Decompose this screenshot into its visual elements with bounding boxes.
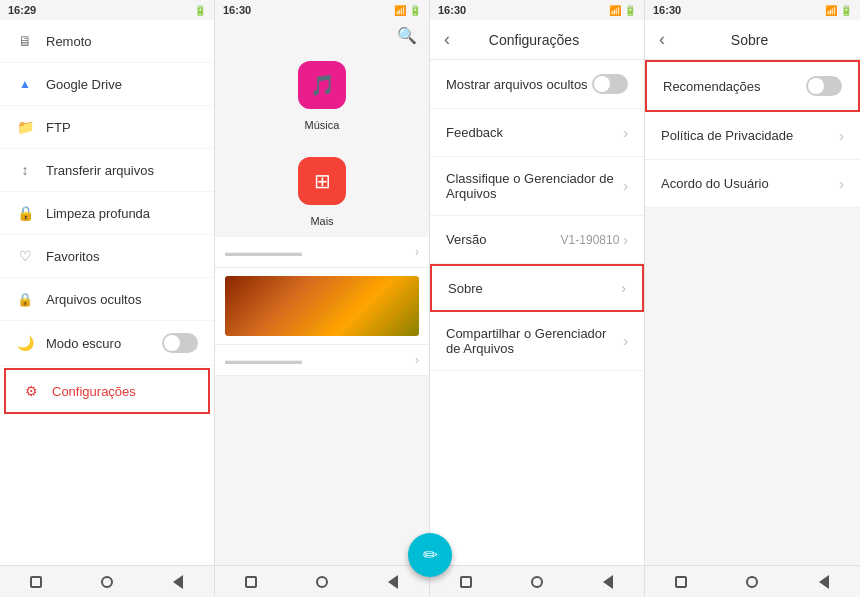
nav-square-icon-4 [675, 576, 687, 588]
nav-bottom-4 [645, 565, 860, 597]
feedback-label: Feedback [446, 125, 623, 140]
nav-square-btn-2[interactable] [241, 572, 261, 592]
versao-value: V1-190810 [561, 233, 620, 247]
recomendacoes-label: Recomendações [663, 79, 806, 94]
music-icon-btn[interactable]: 🎵 [298, 61, 346, 109]
sobre-acordo[interactable]: Acordo do Usuário › [645, 160, 860, 208]
configuracoes-back-btn[interactable]: ‹ [440, 25, 454, 54]
nav-triangle-icon-4 [819, 575, 829, 589]
nav-triangle-icon-1 [173, 575, 183, 589]
settings-mostrar-ocultos[interactable]: Mostrar arquivos ocultos [430, 60, 644, 109]
nav-back-btn-1[interactable] [168, 572, 188, 592]
sidebar-item-limpeza[interactable]: 🔒 Limpeza profunda [0, 192, 214, 235]
mostrar-ocultos-label: Mostrar arquivos ocultos [446, 77, 592, 92]
p2-list-item-1[interactable]: ▬▬▬▬▬▬▬ › [215, 237, 429, 268]
p2-chevron-1: › [415, 245, 419, 259]
nav-circle-btn-2[interactable] [312, 572, 332, 592]
more-symbol: ⊞ [314, 169, 331, 193]
settings-feedback[interactable]: Feedback › [430, 109, 644, 157]
sidebar-item-ftp[interactable]: 📁 FTP [0, 106, 214, 149]
configuracoes-nav-header: ‹ Configurações [430, 20, 644, 60]
compartilhar-chevron: › [623, 333, 628, 349]
sidebar-item-modo-escuro[interactable]: 🌙 Modo escuro [0, 321, 214, 366]
mostrar-ocultos-toggle[interactable] [592, 74, 628, 94]
status-bar-1: 16:29 🔋 [0, 0, 214, 20]
recomendacoes-toggle[interactable] [806, 76, 842, 96]
sidebar-item-arquivos-ocultos[interactable]: 🔒 Arquivos ocultos [0, 278, 214, 321]
acordo-chevron: › [839, 176, 844, 192]
p2-list-item-3[interactable]: ▬▬▬▬▬▬▬ › [215, 345, 429, 376]
modo-escuro-label: Modo escuro [46, 336, 121, 351]
acordo-label: Acordo do Usuário [661, 176, 839, 191]
status-bar-3: 16:30 📶 🔋 [430, 0, 644, 20]
battery-icon-4: 🔋 [840, 5, 852, 16]
p2-list-item-2[interactable] [215, 268, 429, 345]
fab-button[interactable]: ✏ [408, 533, 452, 577]
nav-circle-btn-1[interactable] [97, 572, 117, 592]
versao-chevron: › [623, 232, 628, 248]
modo-escuro-toggle[interactable] [162, 333, 198, 353]
nav-bottom-1 [0, 565, 214, 597]
nav-circle-icon-1 [101, 576, 113, 588]
nav-circle-btn-3[interactable] [527, 572, 547, 592]
favoritos-label: Favoritos [46, 249, 99, 264]
nav-back-btn-4[interactable] [814, 572, 834, 592]
status-bar-4: 16:30 📶 🔋 [645, 0, 860, 20]
app-icons-row: 🎵 Música ⊞ Mais [215, 51, 429, 237]
politica-chevron: › [839, 128, 844, 144]
nav-back-btn-3[interactable] [598, 572, 618, 592]
search-icon[interactable]: 🔍 [397, 26, 417, 45]
sobre-politica[interactable]: Política de Privacidade › [645, 112, 860, 160]
sobre-back-btn[interactable]: ‹ [655, 25, 669, 54]
settings-sobre[interactable]: Sobre › [430, 264, 644, 312]
status-icons-2: 📶 🔋 [394, 5, 421, 16]
arquivos-ocultos-icon: 🔒 [16, 290, 34, 308]
nav-bottom-3 [430, 565, 644, 597]
wifi-icon-2: 📶 [394, 5, 406, 16]
fab-icon: ✏ [423, 544, 438, 566]
status-icons-4: 📶 🔋 [825, 5, 852, 16]
remoto-label: Remoto [46, 34, 92, 49]
compartilhar-label: Compartilhar o Gerenciador de Arquivos [446, 326, 623, 356]
nav-square-icon-3 [460, 576, 472, 588]
ftp-icon: 📁 [16, 118, 34, 136]
nav-triangle-icon-3 [603, 575, 613, 589]
sobre-recomendacoes[interactable]: Recomendações [645, 60, 860, 112]
battery-icon-3: 🔋 [624, 5, 636, 16]
classificar-label: Classifique o Gerenciador de Arquivos [446, 171, 623, 201]
sobre-chevron: › [621, 280, 626, 296]
nav-square-btn-1[interactable] [26, 572, 46, 592]
arquivos-ocultos-label: Arquivos ocultos [46, 292, 141, 307]
google-drive-icon: ▲ [16, 75, 34, 93]
sidebar-item-configuracoes[interactable]: ⚙ Configurações [4, 368, 210, 414]
settings-classificar[interactable]: Classifique o Gerenciador de Arquivos › [430, 157, 644, 216]
sidebar-item-favoritos[interactable]: ♡ Favoritos [0, 235, 214, 278]
status-bar-2: 16:30 📶 🔋 [215, 0, 429, 20]
nav-square-btn-3[interactable] [456, 572, 476, 592]
nav-bottom-2 [215, 565, 429, 597]
remoto-icon: 🖥 [16, 32, 34, 50]
status-icons-1: 🔋 [194, 5, 206, 16]
nav-triangle-icon-2 [388, 575, 398, 589]
settings-compartilhar[interactable]: Compartilhar o Gerenciador de Arquivos › [430, 312, 644, 371]
nav-circle-icon-3 [531, 576, 543, 588]
ftp-label: FTP [46, 120, 71, 135]
google-drive-label: Google Drive [46, 77, 122, 92]
settings-versao[interactable]: Versão V1-190810 › [430, 216, 644, 264]
panel-sobre: 16:30 📶 🔋 ‹ Sobre Recomendações Política… [645, 0, 860, 597]
transferir-label: Transferir arquivos [46, 163, 154, 178]
configuracoes-title: Configurações [454, 32, 614, 48]
p2-chevron-3: › [415, 353, 419, 367]
nav-circle-btn-4[interactable] [742, 572, 762, 592]
limpeza-icon: 🔒 [16, 204, 34, 222]
sidebar-item-transferir[interactable]: ↕ Transferir arquivos [0, 149, 214, 192]
politica-label: Política de Privacidade [661, 128, 839, 143]
sidebar-item-google-drive[interactable]: ▲ Google Drive [0, 63, 214, 106]
nav-square-btn-4[interactable] [671, 572, 691, 592]
more-icon-btn[interactable]: ⊞ [298, 157, 346, 205]
p2-item-label-3: ▬▬▬▬▬▬▬ [225, 354, 302, 366]
nav-back-btn-2[interactable] [383, 572, 403, 592]
sidebar-item-remoto[interactable]: 🖥 Remoto [0, 20, 214, 63]
sobre-label: Sobre [448, 281, 621, 296]
time-3: 16:30 [438, 4, 466, 16]
